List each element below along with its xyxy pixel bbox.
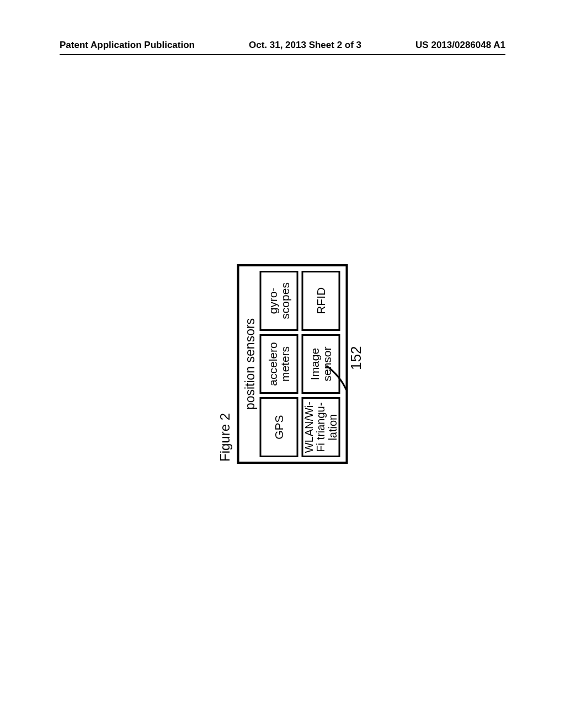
sensor-label: RFID xyxy=(315,287,327,314)
sensor-accelerometers: accelero meters xyxy=(260,334,299,394)
sensor-label: accelero meters xyxy=(266,342,291,386)
header-pub-number: US 2013/0286048 A1 xyxy=(415,40,505,51)
sensor-gyroscopes: gyro- scopes xyxy=(260,271,299,331)
page-header: Patent Application Publication Oct. 31, … xyxy=(0,40,565,51)
sensor-rfid: RFID xyxy=(302,271,340,331)
sensor-gps: GPS xyxy=(260,397,299,457)
sensor-wlan-triangulation: WLAN/Wi- Fi triangu- lation xyxy=(302,397,340,457)
sensor-label: gyro- scopes xyxy=(266,282,291,319)
header-date-sheet: Oct. 31, 2013 Sheet 2 of 3 xyxy=(249,40,361,51)
reference-number: 152 xyxy=(348,346,365,370)
sensor-label: WLAN/Wi- Fi triangu- lation xyxy=(303,402,339,453)
figure-stage: Figure 2 position sensors GPS accelero m… xyxy=(217,264,348,464)
header-divider xyxy=(60,54,505,55)
figure-label: Figure 2 xyxy=(217,264,233,464)
block-title: position sensors xyxy=(243,271,258,457)
sensor-label: GPS xyxy=(273,415,285,440)
header-publication: Patent Application Publication xyxy=(60,40,195,51)
